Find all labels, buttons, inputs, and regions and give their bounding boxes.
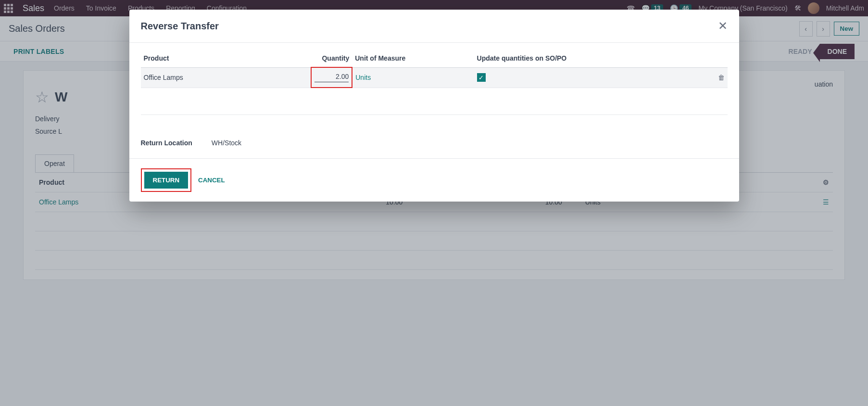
return-location-field: Return Location WH/Stock bbox=[141, 129, 728, 147]
return-line-row[interactable]: Office Lamps 2.00 Units ✓ 🗑 bbox=[141, 67, 728, 88]
line-quantity-value[interactable]: 2.00 bbox=[314, 73, 349, 82]
return-lines-table: Product Quantity Unit of Measure Update … bbox=[141, 50, 728, 115]
modal-title: Reverse Transfer bbox=[141, 21, 219, 32]
mth-quantity: Quantity bbox=[311, 50, 352, 67]
return-location-value[interactable]: WH/Stock bbox=[212, 139, 241, 147]
return-button-highlight: RETURN bbox=[141, 168, 192, 192]
return-button[interactable]: RETURN bbox=[144, 172, 189, 189]
mth-product: Product bbox=[141, 50, 312, 67]
mth-update: Update quantities on SO/PO bbox=[474, 50, 708, 67]
update-checkbox[interactable]: ✓ bbox=[477, 73, 486, 82]
reverse-transfer-modal: Reverse Transfer ✕ Product Quantity Unit… bbox=[129, 10, 739, 202]
mth-uom: Unit of Measure bbox=[352, 50, 474, 67]
line-quantity-cell[interactable]: 2.00 bbox=[311, 67, 352, 88]
blank-row bbox=[141, 88, 728, 114]
close-icon[interactable]: ✕ bbox=[718, 20, 728, 32]
line-product[interactable]: Office Lamps bbox=[141, 67, 312, 88]
trash-icon[interactable]: 🗑 bbox=[718, 74, 725, 81]
cancel-button[interactable]: CANCEL bbox=[198, 177, 225, 184]
modal-overlay: Reverse Transfer ✕ Product Quantity Unit… bbox=[0, 0, 868, 289]
return-location-label: Return Location bbox=[141, 139, 192, 147]
line-uom[interactable]: Units bbox=[355, 74, 371, 81]
